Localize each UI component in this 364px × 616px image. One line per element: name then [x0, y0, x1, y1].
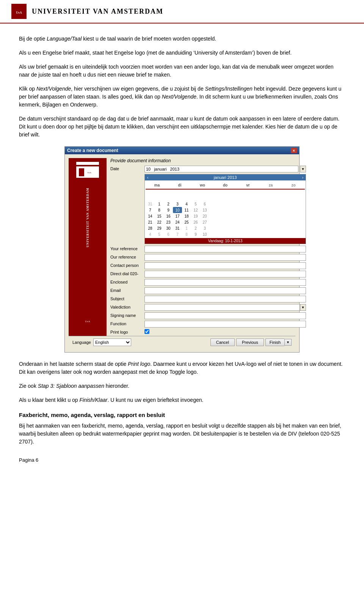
dialog-screenshot: Create a new document × UvA Universiteit	[64, 146, 300, 353]
cal-day[interactable]: 10	[200, 231, 209, 237]
calendar-prev-button[interactable]: ‹	[146, 176, 149, 180]
cal-day[interactable]: 27	[200, 219, 209, 225]
cal-day[interactable]: 26	[191, 219, 200, 225]
cal-day[interactable]: 3	[173, 201, 182, 207]
dialog-uva-sidebar: UvA Universiteit van Amsterdam UvA	[69, 158, 107, 336]
cal-week-2: 7 8 9 10 11 12 13	[146, 207, 305, 213]
finish-arrow-button[interactable]: ▼	[284, 339, 292, 346]
cal-day[interactable]: 2	[164, 201, 173, 207]
form-row-your-reference: Your reference	[110, 246, 306, 252]
cal-header-di: di	[168, 181, 191, 190]
date-field[interactable]	[144, 166, 298, 172]
cal-day[interactable]: 12	[191, 207, 200, 213]
form-row-signing-name: Signing name	[110, 312, 306, 319]
direct-dial-input[interactable]	[144, 271, 306, 277]
cal-day[interactable]: 2	[191, 225, 200, 231]
cal-day[interactable]: 5	[155, 231, 164, 237]
cal-day[interactable]: 18	[182, 213, 191, 219]
subject-input[interactable]	[144, 296, 306, 303]
cancel-button[interactable]: Cancel	[210, 339, 235, 346]
dialog-main-area: UvA Universiteit van Amsterdam UvA Provi	[69, 158, 295, 336]
enclosed-input[interactable]	[144, 279, 306, 286]
form-row-enclosed: Enclosed	[110, 279, 306, 286]
cal-day[interactable]: 8	[155, 207, 164, 213]
label-function: Function	[110, 321, 144, 326]
print-logo-checkbox[interactable]	[144, 329, 149, 334]
label-print-logo: Print logo	[110, 329, 144, 334]
our-reference-input[interactable]	[144, 254, 306, 261]
cal-day[interactable]: 29	[155, 225, 164, 231]
footer-buttons-area: Cancel Previous Finish ▼	[210, 339, 292, 346]
dialog-footer: Language English Cancel Previous Finish …	[69, 336, 295, 348]
cal-header-ma: ma	[146, 181, 168, 190]
cal-day[interactable]: 13	[200, 207, 209, 213]
cal-day[interactable]: 15	[155, 213, 164, 219]
signing-name-input[interactable]	[144, 312, 306, 319]
cal-day[interactable]: 9	[191, 231, 200, 237]
cal-header-za: za	[259, 181, 282, 190]
cal-day[interactable]: 1	[155, 201, 164, 207]
cal-day[interactable]: 14	[146, 213, 155, 219]
cal-day[interactable]: 7	[146, 207, 155, 213]
paragraph-5: De datum verschijnt standaard op de dag …	[19, 115, 345, 139]
cal-day[interactable]: 4	[146, 231, 155, 237]
date-dropdown-button[interactable]: ▼	[300, 166, 306, 172]
form-row-date: Date ▼	[110, 166, 306, 172]
cal-day[interactable]: 21	[146, 219, 155, 225]
cal-day[interactable]: 1	[182, 225, 191, 231]
cal-week-5: 28 29 30 31 1 2 3	[146, 225, 305, 231]
cal-day[interactable]: 31	[173, 225, 182, 231]
form-row-print-logo: Print logo	[110, 329, 306, 334]
your-reference-input[interactable]	[144, 246, 306, 252]
paragraph-3: Als uw brief gemaakt is en uiteindelijk …	[19, 63, 345, 79]
cal-day[interactable]: 20	[200, 213, 209, 219]
cal-day-today[interactable]: 10	[173, 207, 182, 213]
heading-fax: Faxbericht, memo, agenda, verslag, rappo…	[19, 412, 345, 418]
cal-day[interactable]: 16	[164, 213, 173, 219]
cal-day[interactable]: 6	[164, 231, 173, 237]
cal-day[interactable]: 5	[191, 201, 200, 207]
cal-day[interactable]: 7	[173, 231, 182, 237]
cal-header-vr: vr	[237, 181, 259, 190]
cal-day[interactable]: 23	[164, 219, 173, 225]
cal-day[interactable]: 22	[155, 219, 164, 225]
uva-logo-small-icon: UvA	[78, 168, 97, 177]
finish-button[interactable]: Finish	[265, 339, 284, 346]
valediction-dropdown-button[interactable]: ▼	[300, 304, 306, 311]
calendar-popup: ‹ januari 2013 › ma di wo do	[144, 174, 306, 244]
cal-day[interactable]: 30	[164, 225, 173, 231]
dialog-titlebar: Create a new document ×	[65, 147, 299, 154]
contact-person-input[interactable]	[144, 262, 306, 269]
cal-day[interactable]: 25	[182, 219, 191, 225]
cal-day[interactable]: 31	[146, 201, 155, 207]
cal-week-3: 14 15 16 17 18 19 20	[146, 213, 305, 219]
cal-day[interactable]: 28	[146, 225, 155, 231]
dialog-form-area: Provide document information Date ▼	[110, 158, 306, 336]
function-input[interactable]	[144, 321, 306, 328]
email-input[interactable]	[144, 287, 306, 294]
footer-language-area: Language English	[72, 339, 131, 346]
form-row-contact-person: Contact person	[110, 262, 306, 269]
cal-day[interactable]: 17	[173, 213, 182, 219]
cal-day[interactable]: 9	[164, 207, 173, 213]
cal-day[interactable]: 4	[182, 201, 191, 207]
form-row-function: Function	[110, 321, 306, 328]
header-title: Universiteit van Amsterdam	[32, 8, 163, 16]
cal-day[interactable]: 6	[200, 201, 209, 207]
calendar-grid: ma di wo do vr za zo 31	[145, 180, 306, 238]
valediction-input[interactable]	[144, 304, 300, 311]
cal-day[interactable]: 24	[173, 219, 182, 225]
label-enclosed: Enclosed	[110, 279, 144, 284]
cal-day[interactable]: 19	[191, 213, 200, 219]
dialog-close-button[interactable]: ×	[291, 148, 297, 153]
calendar-next-button[interactable]: ›	[301, 176, 304, 180]
cal-day[interactable]: 11	[182, 207, 191, 213]
language-select[interactable]: English	[93, 339, 131, 346]
print-logo-checkbox-area	[144, 329, 149, 334]
svg-rect-3	[79, 168, 84, 176]
previous-button[interactable]: Previous	[236, 339, 264, 346]
italic-next-volgende-1: Next/Volgende	[36, 86, 71, 92]
cal-day[interactable]: 3	[200, 225, 209, 231]
form-row-our-reference: Our reference	[110, 254, 306, 261]
cal-day[interactable]: 8	[182, 231, 191, 237]
